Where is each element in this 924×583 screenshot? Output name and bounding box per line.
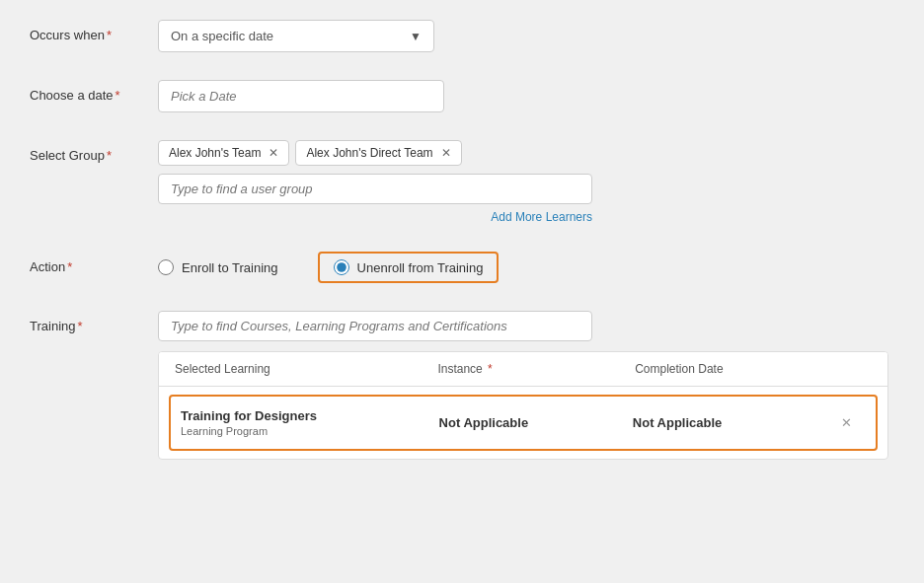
radio-group: Enroll to Training Unenroll from Trainin… — [158, 252, 894, 283]
occurs-when-field: On a specific date ▼ — [158, 20, 894, 52]
col-action — [832, 362, 872, 376]
training-table: Selected Learning Instance * Completion … — [158, 351, 888, 460]
enroll-option[interactable]: Enroll to Training — [158, 259, 278, 275]
choose-date-row: Choose a date* — [30, 80, 894, 112]
table-row: Training for Designers Learning Program … — [169, 395, 878, 451]
occurs-when-dropdown[interactable]: On a specific date ▼ — [158, 20, 434, 52]
training-type: Learning Program — [181, 425, 439, 437]
tag-label: Alex John's Direct Team — [306, 146, 432, 160]
table-body: Training for Designers Learning Program … — [159, 387, 887, 459]
occurs-when-row: Occurs when* On a specific date ▼ — [30, 20, 894, 52]
table-header: Selected Learning Instance * Completion … — [159, 352, 887, 387]
select-group-label: Select Group* — [30, 140, 158, 163]
page-container: Occurs when* On a specific date ▼ Choose… — [0, 0, 924, 583]
training-search-input[interactable] — [158, 311, 592, 341]
occurs-when-value: On a specific date — [171, 29, 273, 43]
select-group-row: Select Group* Alex John's Team ✕ Alex Jo… — [30, 140, 894, 224]
unenroll-label: Unenroll from Training — [357, 260, 484, 275]
training-label: Training* — [30, 311, 158, 333]
tag-close-alex-direct-team[interactable]: ✕ — [441, 147, 451, 159]
enroll-radio[interactable] — [158, 259, 174, 275]
action-row: Action* Enroll to Training Unenroll from… — [30, 252, 894, 283]
training-row: Training* Selected Learning Instance * C… — [30, 311, 894, 460]
tag-close-alex-team[interactable]: ✕ — [269, 147, 278, 159]
tag-alex-team: Alex John's Team ✕ — [158, 140, 289, 166]
tag-label: Alex John's Team — [169, 146, 261, 160]
instance-value: Not Applicable — [439, 415, 633, 430]
col-selected-learning: Selected Learning — [175, 362, 437, 376]
enroll-label: Enroll to Training — [182, 260, 278, 275]
choose-date-field — [158, 80, 894, 112]
add-more-learners-link[interactable]: Add More Learners — [158, 210, 592, 224]
choose-date-label: Choose a date* — [30, 80, 158, 103]
col-instance: Instance * — [437, 362, 635, 376]
completion-date-value: Not Applicable — [633, 415, 826, 430]
training-field: Selected Learning Instance * Completion … — [158, 311, 894, 460]
unenroll-option[interactable]: Unenroll from Training — [318, 252, 500, 283]
row-close-button[interactable]: ✕ — [826, 415, 866, 430]
unenroll-radio[interactable] — [334, 259, 349, 275]
action-field: Enroll to Training Unenroll from Trainin… — [158, 252, 894, 283]
tag-alex-direct-team: Alex John's Direct Team ✕ — [295, 140, 461, 166]
action-label: Action* — [30, 252, 158, 274]
occurs-when-label: Occurs when* — [30, 20, 158, 42]
date-input[interactable] — [158, 80, 444, 112]
col-completion-date: Completion Date — [635, 362, 832, 376]
select-group-field: Alex John's Team ✕ Alex John's Direct Te… — [158, 140, 894, 224]
training-name: Training for Designers — [181, 408, 439, 423]
group-search-input[interactable] — [158, 174, 592, 204]
training-info: Training for Designers Learning Program — [181, 408, 439, 437]
chevron-down-icon: ▼ — [410, 30, 422, 43]
tags-container: Alex John's Team ✕ Alex John's Direct Te… — [158, 140, 894, 166]
